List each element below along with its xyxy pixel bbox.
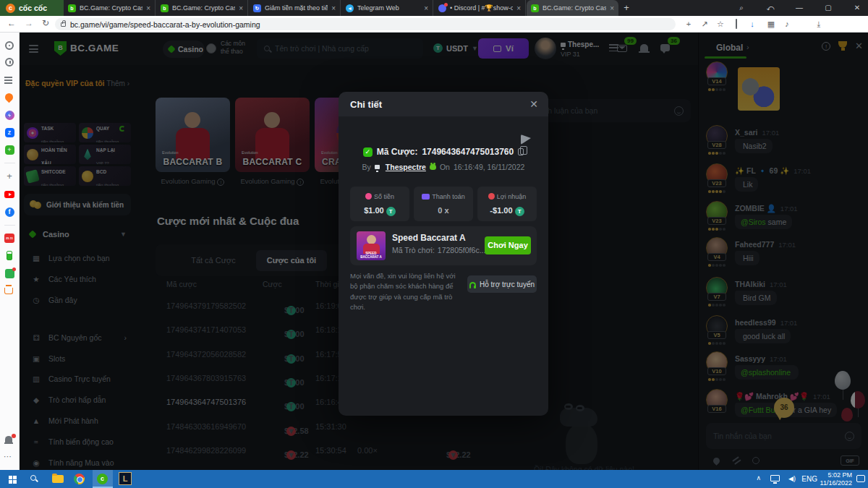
coccoc-logo[interactable]: c cốc cốc	[0, 0, 64, 16]
media-icon[interactable]: ♪	[781, 19, 793, 30]
reload-icon[interactable]: ↻	[42, 18, 49, 28]
adblock-shield-icon[interactable]	[731, 19, 742, 30]
action-center-icon[interactable]	[856, 475, 865, 482]
youtube-icon[interactable]	[4, 191, 14, 198]
tab-title: Telegram Web	[357, 4, 420, 12]
save-page-icon[interactable]: +	[683, 19, 694, 30]
top-hat-icon	[375, 165, 380, 169]
browser-tab-5[interactable]: • Discord | #🏆show-off-you ×	[434, 0, 526, 16]
facebook-icon[interactable]: f	[5, 207, 14, 217]
game-thumbnail[interactable]: SPEED BACCARAT A	[357, 231, 386, 260]
tab-title: BC.Game: Crypto Casino Gam	[172, 4, 235, 12]
modal-header: Chi tiết ✕	[339, 92, 548, 116]
profile-avatar-icon[interactable]	[797, 19, 809, 30]
bet-id-label: Mã Cược:	[377, 147, 418, 157]
share-icon[interactable]: ↗	[699, 19, 710, 30]
profit-icon	[488, 193, 495, 200]
stat-payout: Thanh toán 0 x	[414, 187, 473, 221]
stat-amount: Số tiền $1.00 T	[350, 187, 409, 221]
notifications-bell-icon[interactable]	[5, 436, 14, 445]
usdt-coin-icon: T	[386, 207, 396, 216]
forward-icon[interactable]: →	[25, 18, 33, 28]
browser-toolbar: ← → ↻ bc.game/vi/game/speed-baccarat-a-b…	[0, 16, 868, 33]
game-info-card: SPEED BACCARAT A Speed Baccarat A Mã Trò…	[350, 226, 537, 265]
games-icon[interactable]	[5, 145, 14, 155]
sale-2511-icon[interactable]: 25.11	[4, 234, 14, 243]
headphone-icon	[469, 282, 476, 286]
tab-title: BC.Game: Crypto Casino Gam	[542, 4, 606, 12]
copy-icon[interactable]	[518, 148, 524, 155]
lock-icon	[61, 22, 66, 27]
history-icon[interactable]	[5, 58, 14, 67]
close-tab-icon[interactable]: ×	[516, 4, 521, 12]
tab-title: BC.Game: Crypto Casino Gam	[80, 4, 142, 12]
modal-body: ✓ Mã Cược: 1749643647475013760 By Thespe…	[339, 116, 548, 416]
battery-saver-icon[interactable]	[7, 251, 12, 260]
volume-icon[interactable]: ◀)	[788, 475, 796, 482]
coccoc-cup-icon: c	[6, 4, 15, 13]
browser-tab-1[interactable]: b BC.Game: Crypto Casino Gam ×	[64, 0, 156, 16]
bet-datetime: 16:16:49, 16/11/2022	[454, 163, 524, 171]
browser-tab-3[interactable]: ↻ Giảm tiền mặt theo tiến hóa ×	[249, 0, 341, 16]
live-support-button[interactable]: Hỗ trợ trực tuyến	[467, 275, 537, 293]
screen: c cốc cốc b BC.Game: Crypto Casino Gam ×…	[0, 0, 868, 488]
frog-icon	[430, 164, 436, 170]
taskbar-clock[interactable]: 5:02 PM 11/16/2022	[820, 471, 852, 488]
close-tab-icon[interactable]: ×	[610, 4, 614, 12]
bet-id-value: 1749643647475013760	[422, 147, 514, 157]
league-of-legends-icon[interactable]: L	[119, 472, 132, 485]
more-options-icon[interactable]: ⋯	[4, 452, 12, 461]
browser-side-rail: Z + f 25.11 ⋯	[0, 33, 20, 470]
add-shortcut-icon[interactable]: +	[4, 171, 14, 181]
start-button-icon[interactable]	[9, 476, 12, 479]
newsfeed-icon[interactable]	[4, 77, 12, 78]
chrome-icon[interactable]	[74, 474, 85, 484]
cart-icon[interactable]	[4, 288, 13, 294]
close-modal-icon[interactable]: ✕	[529, 98, 538, 110]
verified-icon: ✓	[363, 147, 373, 157]
file-explorer-icon[interactable]	[52, 475, 64, 483]
close-tab-icon[interactable]: ×	[146, 4, 150, 12]
bcgame-favicon: b	[161, 4, 169, 12]
stat-profit: Lợi nhuận -$1.00 T	[477, 187, 537, 221]
browser-tab-4[interactable]: ◄ Telegram Web ×	[341, 0, 433, 16]
new-tab-button[interactable]: +	[619, 1, 634, 14]
close-tab-icon[interactable]: ×	[424, 4, 428, 12]
minimize-button[interactable]: —	[788, 0, 810, 16]
bet-by-row: By Thespectre On 16:16:49, 16/11/2022	[339, 163, 548, 171]
browser-tab-2[interactable]: b BC.Game: Crypto Casino Gam ×	[156, 0, 248, 16]
close-tab-icon[interactable]: ×	[331, 4, 336, 12]
close-window-button[interactable]: ✕	[846, 0, 868, 16]
downloads-tray-icon[interactable]: ⤓	[813, 19, 825, 30]
messenger-icon[interactable]	[5, 111, 14, 120]
shopping-icon[interactable]	[5, 269, 14, 278]
zalo-icon[interactable]: Z	[5, 128, 14, 137]
browser-tabstrip: c cốc cốc b BC.Game: Crypto Casino Gam ×…	[0, 0, 868, 16]
bet-id-row: ✓ Mã Cược: 1749643647475013760	[339, 147, 548, 157]
settings-gear-icon[interactable]	[5, 41, 14, 50]
close-tab-icon[interactable]: ×	[239, 4, 243, 12]
windows-taskbar: c L ∧ ◀) ENG 5:02 PM 11/16/2022	[0, 470, 868, 488]
bet-username[interactable]: Thespectre	[386, 163, 426, 171]
play-now-button[interactable]: Chơi Ngay	[485, 236, 531, 254]
divider	[4, 225, 15, 226]
download-active-icon[interactable]: ↓	[746, 19, 758, 30]
maximize-button[interactable]: ▢	[817, 0, 839, 16]
address-bar[interactable]: bc.game/vi/game/speed-baccarat-a-by-evol…	[55, 18, 676, 30]
browser-tab-active[interactable]: b BC.Game: Crypto Casino Gam ×	[527, 0, 618, 16]
tab-search-icon[interactable]: ⌕	[731, 0, 752, 16]
share-icon[interactable]	[521, 134, 531, 145]
credit-card-icon	[422, 194, 430, 200]
network-icon[interactable]	[770, 475, 780, 481]
extensions-icon[interactable]: ▦	[765, 19, 777, 30]
back-icon[interactable]: ←	[7, 18, 16, 28]
coccoc-icon: c	[97, 474, 108, 484]
hidden-icons-chevron[interactable]: ∧	[756, 474, 761, 481]
money-bag-icon	[365, 193, 372, 200]
bookmark-star-icon[interactable]: ☆	[715, 19, 726, 30]
taskbar-search-icon[interactable]	[30, 475, 36, 481]
hot-news-icon[interactable]	[4, 92, 15, 103]
tab-restore-icon[interactable]: ⤺	[760, 0, 781, 16]
coccoc-taskbar-active[interactable]: c	[93, 470, 113, 488]
language-indicator[interactable]: ENG	[801, 475, 817, 483]
